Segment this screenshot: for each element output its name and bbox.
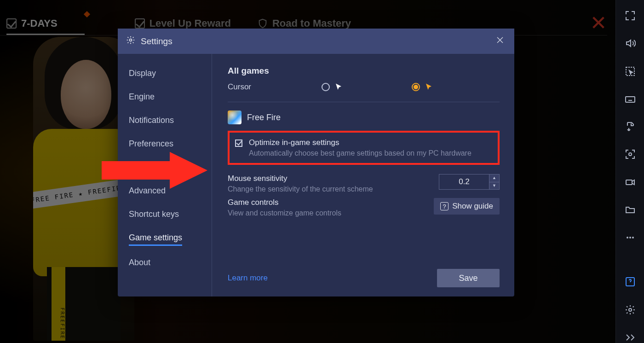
sidebar-item-advanced[interactable]: Advanced xyxy=(129,186,166,198)
show-guide-label: Show guide xyxy=(452,202,493,211)
svg-rect-1 xyxy=(626,97,635,102)
cursor-white-icon xyxy=(334,83,343,91)
svg-point-5 xyxy=(629,237,631,238)
game-icon-freefire xyxy=(228,110,242,124)
settings-gear-icon[interactable] xyxy=(624,304,637,315)
sidebar-item-notifications[interactable]: Notifications xyxy=(129,116,174,127)
install-apk-icon[interactable] xyxy=(624,121,637,132)
controls-title: Game controls xyxy=(228,198,341,207)
sidebar-item-user-data[interactable]: User data xyxy=(129,163,165,174)
volume-icon[interactable] xyxy=(624,38,637,49)
modal-title: Settings xyxy=(141,36,489,47)
settings-modal: Settings Display Engine Notifications Pr… xyxy=(118,29,514,296)
svg-point-8 xyxy=(629,308,632,311)
help-square-icon: ? xyxy=(440,202,448,210)
optimize-desc: Automatically choose best game settings … xyxy=(249,149,472,157)
cursor-label: Cursor xyxy=(228,82,251,92)
svg-point-4 xyxy=(627,237,628,238)
right-toolbar xyxy=(615,0,644,343)
all-games-heading: All games xyxy=(228,66,500,76)
gear-icon xyxy=(126,35,135,47)
cursor-setting-row: Cursor xyxy=(228,82,500,92)
close-modal-button[interactable] xyxy=(494,34,506,48)
mouse-desc: Change the sensitivity of the current sc… xyxy=(228,185,373,193)
annotation-highlight: Optimize in-game settings Automatically … xyxy=(228,131,500,165)
folder-icon[interactable] xyxy=(624,204,637,215)
record-icon[interactable] xyxy=(624,177,637,188)
more-icon[interactable] xyxy=(624,232,637,243)
save-button[interactable]: Save xyxy=(437,269,500,287)
mouse-title: Mouse sensitivity xyxy=(228,174,373,183)
controls-desc: View and customize game controls xyxy=(228,209,341,217)
cursor-option-white[interactable] xyxy=(322,83,343,91)
mouse-sensitivity-row: Mouse sensitivity Change the sensitivity… xyxy=(228,174,500,193)
sidebar-item-about[interactable]: About xyxy=(129,258,150,269)
divider xyxy=(228,102,500,102)
game-controls-row: Game controls View and customize game co… xyxy=(228,198,500,217)
mouse-step-up[interactable]: ▲ xyxy=(489,174,499,182)
help-icon[interactable] xyxy=(624,276,637,287)
optimize-checkbox[interactable] xyxy=(235,140,242,147)
game-name: Free Fire xyxy=(247,113,281,122)
optimize-title: Optimize in-game settings xyxy=(249,138,472,147)
settings-sidebar: Display Engine Notifications Preferences… xyxy=(118,54,212,296)
mouse-sensitivity-input[interactable] xyxy=(439,174,489,189)
cursor-lock-icon[interactable] xyxy=(624,66,637,77)
fullscreen-icon[interactable] xyxy=(624,10,637,21)
sidebar-item-shortcut-keys[interactable]: Shortcut keys xyxy=(129,209,179,221)
sidebar-item-display[interactable]: Display xyxy=(129,69,156,80)
svg-point-2 xyxy=(629,153,632,156)
cursor-option-yellow[interactable] xyxy=(412,83,433,91)
svg-point-9 xyxy=(130,39,132,41)
modal-header: Settings xyxy=(118,29,514,54)
collapse-toolbar-icon[interactable] xyxy=(624,332,637,343)
settings-content: All games Cursor Free Fire xyxy=(212,54,514,296)
svg-rect-3 xyxy=(626,180,632,185)
sidebar-item-game-settings[interactable]: Game settings xyxy=(129,233,182,246)
keyboard-icon[interactable] xyxy=(624,93,637,105)
learn-more-link[interactable]: Learn more xyxy=(228,273,268,283)
sidebar-item-engine[interactable]: Engine xyxy=(129,92,155,104)
game-header: Free Fire xyxy=(228,110,500,124)
mouse-sensitivity-stepper: ▲ ▼ xyxy=(439,174,500,190)
screenshot-icon[interactable] xyxy=(624,149,637,160)
svg-point-6 xyxy=(632,237,634,238)
cursor-yellow-icon xyxy=(425,83,433,91)
show-guide-button[interactable]: ? Show guide xyxy=(434,198,500,215)
mouse-step-down[interactable]: ▼ xyxy=(489,182,499,190)
sidebar-item-preferences[interactable]: Preferences xyxy=(129,139,173,151)
